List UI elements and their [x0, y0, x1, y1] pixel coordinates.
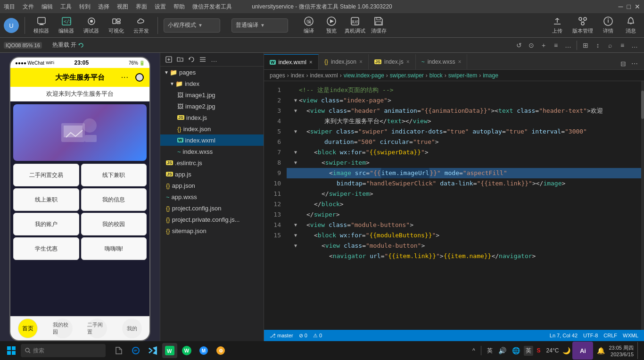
- breadcrumb-item-pages[interactable]: pages: [270, 72, 285, 79]
- tree-file-appjs[interactable]: JS app.js: [160, 168, 264, 180]
- minimize-button[interactable]: ─: [619, 3, 623, 10]
- hot-reload-toggle[interactable]: 热重载 开: [50, 40, 87, 50]
- start-button[interactable]: [4, 343, 19, 358]
- tab-indexjson[interactable]: {} index.json ×: [319, 54, 369, 69]
- tree-file-image1[interactable]: 🖼 image1.jpg: [160, 89, 264, 100]
- cloud-button[interactable]: 云开发: [131, 15, 152, 36]
- preview-button[interactable]: 预览: [322, 16, 341, 34]
- grid-item-1[interactable]: 二手闲置交易: [13, 164, 79, 186]
- taskbar-yellow-icon[interactable]: ⚙: [213, 343, 228, 358]
- show-tray-button[interactable]: ^: [471, 346, 477, 355]
- menu-item-settings[interactable]: 设置: [155, 3, 166, 11]
- taskbar-green-icon[interactable]: W: [179, 343, 194, 358]
- breadcrumb-item-swiper[interactable]: swiper.swiper: [390, 72, 424, 79]
- nav-item-campus[interactable]: 我的校园: [45, 318, 80, 338]
- lang-indicator[interactable]: 英: [485, 346, 495, 356]
- menu-button[interactable]: ≡: [550, 40, 561, 51]
- tab-indexwxml[interactable]: W index.wxml ×: [264, 54, 319, 69]
- grid-item-6[interactable]: 我的校园: [81, 213, 147, 235]
- code-editor[interactable]: 1 2 3 4 5 6 7 8 9 10 11 12 13 14 15: [264, 81, 644, 330]
- tree-file-indexjson[interactable]: {} index.json: [160, 123, 264, 134]
- menu-item-view[interactable]: 视图: [117, 3, 128, 11]
- filter-button[interactable]: ≡: [617, 40, 628, 51]
- taskbar-files-icon[interactable]: [111, 343, 126, 358]
- sogou-icon[interactable]: S: [535, 346, 543, 355]
- menu-item-edit[interactable]: 编辑: [41, 3, 53, 11]
- overflow-button[interactable]: …: [629, 40, 640, 51]
- tab-wxss-close[interactable]: ×: [458, 59, 461, 65]
- grid-item-7[interactable]: 学生优惠: [13, 237, 79, 260]
- realtest-button[interactable]: 真机 真机调试: [345, 16, 365, 34]
- details-button[interactable]: 详情: [599, 16, 618, 34]
- menu-item-goto[interactable]: 转到: [79, 3, 91, 11]
- tree-file-image2[interactable]: 🖼 image2.jpg: [160, 100, 264, 112]
- maximize-button[interactable]: □: [627, 3, 631, 10]
- tab-indexwxss[interactable]: ~ index.wxss ×: [416, 54, 468, 69]
- tab-json-close[interactable]: ×: [359, 59, 363, 65]
- tree-file-indexjs[interactable]: JS index.js: [160, 112, 264, 123]
- taskbar-search-box[interactable]: 搜索: [21, 344, 106, 357]
- new-file-btn[interactable]: [164, 55, 173, 64]
- tree-file-sitemap[interactable]: {} sitemap.json: [160, 225, 264, 236]
- breadcrumb-item-image[interactable]: image: [483, 72, 498, 79]
- compile-dropdown[interactable]: 普通编译 ▼: [231, 18, 288, 33]
- volume-icon[interactable]: 🔊: [496, 346, 508, 355]
- menu-item-tools[interactable]: 工具: [60, 3, 72, 11]
- debugger-button[interactable]: 调试器: [81, 15, 102, 36]
- input-method-indicator[interactable]: 英: [524, 346, 533, 356]
- network-tray-icon[interactable]: 🌐: [510, 346, 522, 355]
- visual-button[interactable]: 可视化: [106, 15, 127, 36]
- refresh-tree-btn[interactable]: [187, 55, 196, 64]
- menu-item-interface[interactable]: 界面: [136, 3, 147, 11]
- code-line-7[interactable]: <image src="{{item.imageUrl}}" mode="asp…: [287, 168, 641, 178]
- grid-item-8[interactable]: 嗨嗨嗨!: [81, 237, 147, 260]
- refresh-button[interactable]: ↺: [513, 40, 525, 51]
- breadcrumb-item-swiperitem[interactable]: swiper-item: [448, 72, 477, 79]
- tree-file-appwxss[interactable]: ~ app.wxss: [160, 191, 264, 202]
- collapse-all-btn[interactable]: [198, 55, 207, 64]
- more-button[interactable]: …: [562, 40, 574, 51]
- nav-item-secondhand[interactable]: 二手闲置: [80, 318, 115, 338]
- menu-item-file[interactable]: 文件: [23, 3, 34, 11]
- grid-item-4[interactable]: 我的信息: [81, 188, 147, 211]
- close-button[interactable]: ✕: [635, 3, 640, 10]
- menu-item-wechat[interactable]: 微信开发者工具: [192, 3, 232, 11]
- grid-button[interactable]: ⊞: [580, 40, 591, 51]
- simulator-button[interactable]: 模拟器: [31, 15, 52, 36]
- tree-folder-index[interactable]: ▼ 📁 index: [160, 78, 264, 89]
- mode-dropdown[interactable]: 小程序模式 ▼: [164, 18, 220, 33]
- more-options-btn[interactable]: …: [209, 55, 219, 64]
- save-button[interactable]: 清缓存: [369, 16, 388, 34]
- stop-button[interactable]: ⊙: [526, 40, 537, 51]
- grid-item-3[interactable]: 线上兼职: [13, 188, 79, 211]
- tab-indexjs[interactable]: JS index.js ×: [369, 54, 416, 69]
- show-desktop-button[interactable]: [637, 342, 640, 359]
- tree-file-projectconfig[interactable]: {} project.config.json: [160, 202, 264, 214]
- editor-button[interactable]: </> 编辑器: [56, 15, 77, 36]
- tab-options-btn[interactable]: ⋯: [629, 58, 640, 69]
- scrollbar-thumb[interactable]: [641, 91, 644, 119]
- tree-file-appjson[interactable]: {} app.json: [160, 180, 264, 191]
- compile-button[interactable]: 编 编译: [299, 16, 318, 34]
- taskbar-chat-icon[interactable]: M: [196, 343, 211, 358]
- version-mgmt-button[interactable]: 版本管理: [570, 16, 595, 34]
- menu-item-project[interactable]: 项目: [4, 3, 15, 11]
- avatar[interactable]: U: [4, 18, 19, 33]
- taskbar-vscode-icon[interactable]: [145, 343, 160, 358]
- breadcrumb-item-wxml[interactable]: index.wxml: [310, 72, 338, 79]
- split-editor-btn[interactable]: ⊟: [618, 58, 629, 69]
- grid-item-2[interactable]: 线下兼职: [81, 164, 147, 186]
- tree-folder-pages[interactable]: ▼ 📁 pages: [160, 67, 264, 78]
- search-button[interactable]: ⌕: [604, 40, 616, 51]
- night-mode-icon[interactable]: 🌙: [562, 347, 570, 354]
- tree-file-indexwxss[interactable]: ~ index.wxss: [160, 146, 264, 157]
- tree-file-indexwxml[interactable]: W index.wxml: [160, 134, 264, 146]
- add-file-button[interactable]: +: [538, 40, 549, 51]
- tree-file-eslint[interactable]: JS .eslintrc.js: [160, 157, 264, 168]
- breadcrumb-item-viewindexpage[interactable]: view.index-page: [344, 72, 384, 79]
- notification-tray-icon[interactable]: 🔔: [595, 346, 607, 355]
- menu-item-help[interactable]: 帮助: [173, 3, 185, 11]
- new-folder-btn[interactable]: [175, 55, 185, 64]
- taskbar-edge-icon[interactable]: [128, 343, 143, 358]
- taskbar-devtools-icon[interactable]: W: [162, 343, 177, 358]
